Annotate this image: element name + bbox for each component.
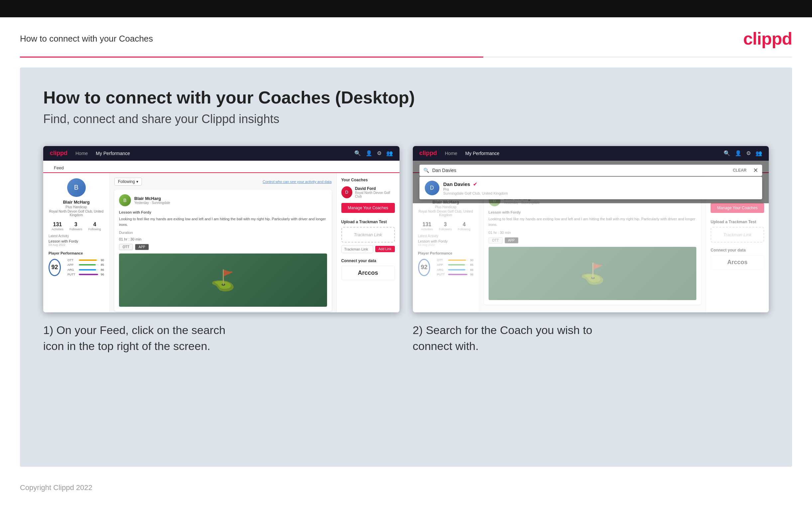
- lesson-btn-app-2[interactable]: APP: [505, 237, 519, 244]
- trackman-title-2: Upload a Trackman Test: [711, 220, 764, 224]
- profile-club-2: Royal North Devon Golf Club, United King…: [418, 210, 474, 217]
- main-subtitle: Find, connect and share your Clippd insi…: [43, 112, 769, 126]
- trackman-placeholder-1: Trackman Link: [341, 227, 395, 243]
- lesson-coach-name-1: Blair McHarg: [134, 196, 170, 201]
- search-icon-nav[interactable]: 🔍: [354, 150, 361, 156]
- profile-icon-nav[interactable]: 👤: [366, 150, 372, 156]
- lesson-header-1: B Blair McHarg Yesterday · Sunningdale: [119, 194, 327, 206]
- search-overlay-2: 🔍 Dan Davies CLEAR ✕ D Dan Davies ✔: [413, 161, 769, 203]
- profile-handicap-1: Plus Handicap: [49, 205, 104, 209]
- profile-area-1: B Blair McHarg Plus Handicap Royal North…: [49, 178, 104, 217]
- left-panel-1: B Blair McHarg Plus Handicap Royal North…: [43, 173, 110, 312]
- stat-following-2: 4 Following: [458, 221, 470, 231]
- top-bar: [0, 0, 812, 17]
- search-close-icon-2[interactable]: ✕: [753, 167, 758, 174]
- lesson-btn-ott-2[interactable]: OTT: [489, 237, 503, 244]
- player-performance-1: Player Performance 92 OTT90 APP85 ARG86 …: [49, 251, 104, 277]
- quality-score-1: 92: [49, 259, 61, 276]
- search-result-2[interactable]: D Dan Davies ✔ Pro Sunningdale Golf Club…: [420, 177, 762, 199]
- avatar-1: B: [67, 178, 86, 197]
- nav-home-1[interactable]: Home: [76, 151, 88, 156]
- lesson-card-1: B Blair McHarg Yesterday · Sunningdale L…: [114, 189, 332, 312]
- trackman-section-2: Upload a Trackman Test Trackman Link: [711, 220, 764, 243]
- profile-club-1: Royal North Devon Golf Club, United King…: [49, 210, 104, 217]
- feed-tab-1[interactable]: Feed: [50, 163, 68, 173]
- search-icon-2: 🔍: [423, 168, 429, 173]
- lesson-btn-app[interactable]: APP: [135, 244, 149, 250]
- result-avatar-2: D: [425, 181, 439, 195]
- coach-avatar-1: D: [341, 186, 352, 198]
- user-icon-nav-2[interactable]: 👥: [756, 150, 762, 156]
- lesson-btn-ott[interactable]: OTT: [119, 244, 133, 250]
- feed-tab-bar-1: Feed: [43, 161, 399, 173]
- profile-name-1: Blair McHarg: [49, 200, 104, 205]
- nav-my-performance-2[interactable]: My Performance: [465, 151, 499, 156]
- trackman-add-btn-1[interactable]: Add Link: [375, 246, 395, 252]
- latest-activity-1: Latest Activity Lesson with Fordy 03 Aug…: [49, 234, 104, 247]
- lesson-title-1: Lesson with Fordy: [119, 210, 327, 215]
- following-button-1[interactable]: Following ▾: [114, 178, 142, 186]
- manage-coaches-btn-1[interactable]: Manage Your Coaches: [341, 203, 395, 213]
- coaches-title-1: Your Coaches: [341, 178, 395, 182]
- screenshots-row: clippd Home My Performance 🔍 👤 ⚙ 👥 Feed: [43, 146, 769, 354]
- stat-followers-1: 3 Followers: [69, 221, 83, 231]
- search-clear-2[interactable]: CLEAR: [733, 168, 747, 173]
- nav-home-2[interactable]: Home: [445, 151, 457, 156]
- manage-coaches-btn-2[interactable]: Manage Your Coaches: [711, 203, 764, 213]
- nav-logo-2: clippd: [420, 150, 437, 157]
- lesson-duration-value-1: 01 hr : 30 min: [119, 237, 327, 241]
- lesson-image-1: ⛳: [119, 254, 327, 307]
- search-icon-nav-2[interactable]: 🔍: [724, 150, 730, 156]
- nav-my-performance-1[interactable]: My Performance: [96, 151, 130, 156]
- stat-followers-2: 3 Followers: [439, 221, 452, 231]
- app-nav-2: clippd Home My Performance 🔍 👤 ⚙ 👥: [413, 146, 769, 161]
- stats-row-1: 131 Activities 3 Followers 4 Following: [49, 221, 104, 231]
- lesson-buttons-2: OTT APP: [489, 237, 697, 244]
- app-content-1: B Blair McHarg Plus Handicap Royal North…: [43, 173, 399, 312]
- profile-icon-nav-2[interactable]: 👤: [735, 150, 742, 156]
- search-input-display-2[interactable]: Dan Davies: [432, 168, 729, 173]
- step-label-1: 1) On your Feed, click on the searchicon…: [43, 322, 399, 354]
- trackman-title-1: Upload a Trackman Test: [341, 220, 395, 224]
- nav-logo-1: clippd: [50, 150, 67, 157]
- copyright-text: Copyright Clippd 2022: [20, 483, 92, 492]
- screenshot-block-1: clippd Home My Performance 🔍 👤 ⚙ 👥 Feed: [43, 146, 399, 354]
- nav-icons-2: 🔍 👤 ⚙ 👥: [724, 150, 762, 156]
- quality-bars-1: OTT90 APP85 ARG86 PUTT96: [67, 258, 104, 277]
- step-label-2: 2) Search for the Coach you wish toconne…: [413, 322, 769, 354]
- coach-name-1: David Ford: [355, 186, 395, 191]
- arccos-logo-2: Arccos: [711, 255, 764, 269]
- footer: Copyright Clippd 2022: [0, 477, 812, 499]
- lesson-body-1: Looking to feel like my hands are exitin…: [119, 216, 327, 227]
- stat-activities-1: 131 Activities: [51, 221, 63, 231]
- connect-data-title-1: Connect your data: [341, 258, 395, 263]
- page-title: How to connect with your Coaches: [20, 34, 153, 44]
- lesson-duration-2: 01 hr : 30 min: [489, 230, 697, 235]
- verified-icon-2: ✔: [473, 181, 477, 187]
- lesson-duration-1: Duration: [119, 230, 327, 235]
- app-nav-1: clippd Home My Performance 🔍 👤 ⚙ 👥: [43, 146, 399, 161]
- lesson-card-2: B Blair McHarg Yesterday · Sunningdale L…: [484, 189, 701, 305]
- app-screenshot-1: clippd Home My Performance 🔍 👤 ⚙ 👥 Feed: [43, 146, 399, 312]
- arccos-logo-1: Arccos: [341, 266, 395, 280]
- result-name-2: Dan Davies ✔: [443, 181, 508, 187]
- trackman-input-1[interactable]: [341, 245, 373, 253]
- golf-figure-icon: ⛳: [210, 268, 235, 292]
- header-divider: [20, 56, 792, 57]
- coach-club-1: Royal North Devon Golf Club: [355, 191, 395, 198]
- stat-following-1: 4 Following: [88, 221, 101, 231]
- user-icon-nav[interactable]: 👥: [386, 150, 393, 156]
- golf-figure-icon-2: ⛳: [580, 262, 605, 286]
- screenshot-block-2: clippd Home My Performance 🔍 👤 ⚙ 👥 Feed: [413, 146, 769, 354]
- settings-icon-nav[interactable]: ⚙: [377, 150, 382, 156]
- main-content: How to connect with your Coaches (Deskto…: [20, 68, 792, 467]
- header: How to connect with your Coaches clippd: [0, 17, 812, 51]
- quality-bars-2: OTT90 APP85 ARG86 PUTT96: [437, 258, 473, 277]
- stats-row-2: 131 Activities 3 Followers 4 Following: [418, 221, 474, 231]
- settings-icon-nav-2[interactable]: ⚙: [746, 150, 751, 156]
- profile-handicap-2: Plus Handicap: [418, 205, 474, 209]
- app-screenshot-2: clippd Home My Performance 🔍 👤 ⚙ 👥 Feed: [413, 146, 769, 312]
- result-club-2: Sunningdale Golf Club, United Kingdom: [443, 191, 508, 195]
- control-link-1[interactable]: Control who can see your activity and da…: [262, 180, 331, 184]
- trackman-placeholder-2: Trackman Link: [711, 227, 764, 243]
